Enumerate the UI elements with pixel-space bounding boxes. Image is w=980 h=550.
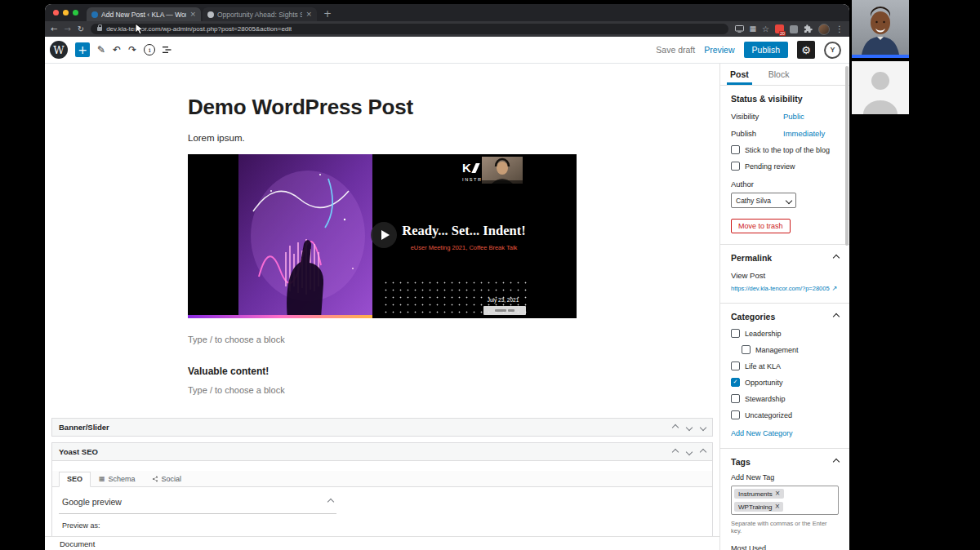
list-view-icon[interactable] <box>163 46 172 54</box>
yoast-tab-schema[interactable]: ▦ Schema <box>91 472 144 487</box>
remove-tag-icon[interactable]: × <box>775 490 781 497</box>
visibility-value-button[interactable]: Public <box>783 112 804 121</box>
remove-tag-icon[interactable]: × <box>775 503 781 510</box>
tag-token-label: Instruments <box>738 490 773 498</box>
chevron-up-icon[interactable] <box>327 499 334 505</box>
tab-close-icon[interactable]: × <box>189 11 196 18</box>
breadcrumb[interactable]: Document <box>60 539 95 548</box>
tab-block[interactable]: Block <box>759 64 800 85</box>
cast-icon[interactable] <box>735 25 744 33</box>
chevron-up-icon[interactable] <box>833 255 840 261</box>
details-info-icon[interactable]: i <box>144 44 155 55</box>
section-heading[interactable]: Status & visibility <box>731 94 803 104</box>
move-down-icon[interactable] <box>686 424 693 430</box>
move-to-trash-button[interactable]: Move to trash <box>731 219 791 233</box>
new-tab-button[interactable]: + <box>323 9 332 19</box>
redo-icon[interactable]: ↷ <box>128 45 136 55</box>
add-new-category-link[interactable]: Add New Category <box>731 429 839 437</box>
save-draft-button[interactable]: Save draft <box>656 45 695 55</box>
checkbox-icon[interactable] <box>731 394 740 403</box>
category-item[interactable]: Life at KLA <box>731 361 839 370</box>
block-inserter-button[interactable]: + <box>75 42 90 57</box>
publish-value-button[interactable]: Immediately <box>783 129 825 138</box>
block-placeholder[interactable]: Type / to choose a block <box>188 335 577 344</box>
settings-gear-button[interactable]: ⚙ <box>797 41 815 59</box>
pending-review-option[interactable]: Pending review <box>731 162 839 171</box>
tab-close-icon[interactable]: × <box>305 11 312 18</box>
author-select[interactable]: Cathy Silva <box>731 193 796 208</box>
bookmark-star-icon[interactable]: ☆ <box>762 25 769 33</box>
video-poster-art <box>238 154 372 318</box>
tags-section: Tags Add New Tag Instruments × WPTrainin… <box>720 449 849 550</box>
publish-button[interactable]: Publish <box>744 42 788 58</box>
back-icon[interactable]: ← <box>51 25 57 33</box>
grid-icon[interactable]: ▦ <box>750 25 757 33</box>
permalink-link[interactable]: https://dev.kla-tencor.com/?p=28005 ↗ <box>731 285 839 292</box>
wordpress-favicon-icon <box>91 11 98 18</box>
toggle-panel-icon[interactable] <box>700 424 706 430</box>
paragraph-block[interactable]: Valuable content! <box>188 366 577 377</box>
editor-column: Demo WordPress Post Lorem ipsum. <box>45 64 719 550</box>
video-embed-block[interactable]: K INSTRUMENTS <box>188 154 577 318</box>
wordpress-logo[interactable]: W <box>50 41 68 59</box>
yoast-tab-seo[interactable]: SEO <box>59 472 91 487</box>
more-menu-icon[interactable]: ⋮ <box>835 25 844 33</box>
toggle-panel-icon[interactable] <box>700 448 706 455</box>
checkbox-icon[interactable] <box>731 329 740 338</box>
category-item[interactable]: Stewardship <box>731 394 839 403</box>
yoast-panel: SEO ▦ Schema Social <box>51 461 713 536</box>
scrollbar-thumb[interactable] <box>845 66 849 246</box>
extension-badge-icon[interactable]: 20 <box>775 24 784 33</box>
move-up-icon[interactable] <box>672 424 679 430</box>
call-participant-placeholder[interactable] <box>852 61 909 114</box>
window-close-button[interactable] <box>53 10 59 16</box>
yoast-metabox-header[interactable]: Yoast SEO <box>51 442 713 461</box>
banner-slider-metabox-header[interactable]: Banner/Slider <box>51 418 713 437</box>
move-up-icon[interactable] <box>672 448 679 455</box>
tags-header[interactable]: Tags <box>731 457 839 467</box>
extensions-puzzle-icon[interactable] <box>804 24 813 33</box>
category-item[interactable]: Leadership <box>731 329 839 338</box>
forward-icon[interactable]: → <box>64 25 70 33</box>
address-bar[interactable]: dev.kla-tencor.com/wp-admin/post.php?pos… <box>91 24 728 34</box>
checkbox-checked-icon[interactable]: ✓ <box>731 378 740 387</box>
browser-tab-inactive[interactable]: Opportunity Ahead: Sights Se... × <box>203 7 317 21</box>
checkbox-icon[interactable] <box>731 145 740 154</box>
edit-tool-icon[interactable]: ✎ <box>97 45 105 55</box>
yoast-button[interactable]: Y <box>824 42 841 59</box>
checkbox-icon[interactable] <box>731 410 740 419</box>
tags-input[interactable]: Instruments × WPTraining × <box>731 486 839 515</box>
yoast-tab-social[interactable]: Social <box>144 472 190 487</box>
call-participant-video[interactable] <box>852 0 909 55</box>
checkbox-icon[interactable] <box>742 345 751 354</box>
category-item[interactable]: Management <box>742 345 839 354</box>
category-item[interactable]: Uncategorized <box>731 410 839 419</box>
tag-token[interactable]: Instruments × <box>734 489 784 499</box>
extension-icon[interactable] <box>790 25 798 33</box>
tab-post[interactable]: Post <box>720 64 759 85</box>
permalink-url[interactable]: https://dev.kla-tencor.com/?p=28005 <box>731 285 830 292</box>
window-minimize-button[interactable] <box>63 10 69 16</box>
categories-header[interactable]: Categories <box>731 312 839 322</box>
chevron-up-icon[interactable] <box>833 313 840 320</box>
checkbox-icon[interactable] <box>731 361 740 370</box>
block-placeholder[interactable]: Type / to choose a block <box>188 385 577 395</box>
move-down-icon[interactable] <box>686 448 693 455</box>
paragraph-block[interactable]: Lorem ipsum. <box>188 133 577 143</box>
browser-tab-active[interactable]: Add New Post ‹ KLA — WordP... × <box>87 7 201 21</box>
preview-button[interactable]: Preview <box>704 45 734 55</box>
chevron-up-icon[interactable] <box>833 459 840 465</box>
stick-to-top-option[interactable]: Stick to the top of the blog <box>731 145 839 154</box>
tab-label: Schema <box>109 475 136 483</box>
reload-icon[interactable]: ↻ <box>78 25 84 33</box>
tag-token[interactable]: WPTraining × <box>734 502 783 512</box>
undo-icon[interactable]: ↶ <box>113 45 121 55</box>
toolbar-extensions: ▦ ☆ 20 ⋮ <box>735 24 844 35</box>
checkbox-icon[interactable] <box>731 162 740 171</box>
window-zoom-button[interactable] <box>73 10 78 16</box>
google-preview-header[interactable]: Google preview <box>59 495 336 514</box>
profile-avatar[interactable] <box>818 24 830 35</box>
permalink-header[interactable]: Permalink <box>731 253 839 263</box>
post-title[interactable]: Demo WordPress Post <box>188 95 577 120</box>
category-item[interactable]: ✓ Opportunity <box>731 378 839 387</box>
